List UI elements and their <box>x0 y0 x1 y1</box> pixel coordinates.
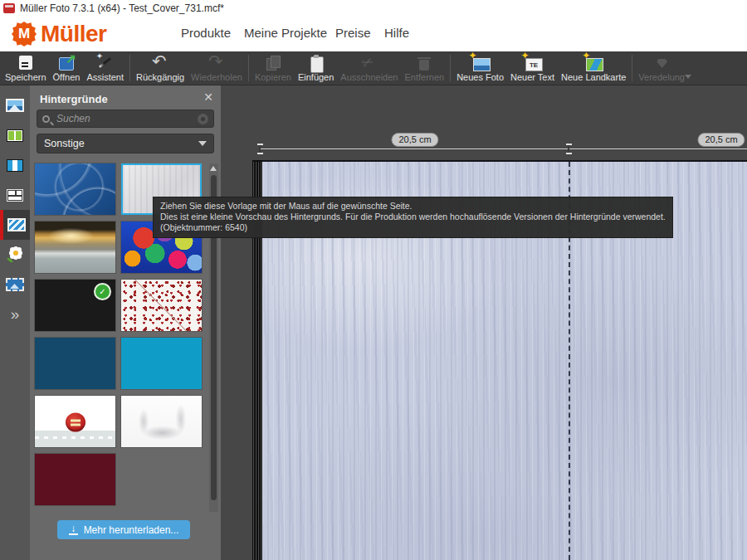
paste-button[interactable]: Einfügen <box>295 51 337 85</box>
redo-icon <box>207 54 227 71</box>
new-map-icon <box>583 54 603 71</box>
background-thumbnail-black-premium[interactable] <box>35 280 115 331</box>
chevron-down-icon[interactable] <box>685 75 691 79</box>
open-icon <box>56 54 76 71</box>
search-input[interactable]: Suchen <box>37 110 214 128</box>
background-thumbnail-maroon-solid[interactable] <box>35 454 115 505</box>
menu-item-meine-projekte[interactable]: Meine Projekte <box>244 26 327 40</box>
tooltip: Ziehen Sie diese Vorlage mit der Maus au… <box>153 197 673 238</box>
cut-button[interactable]: Ausschneiden <box>337 51 401 85</box>
photos-icon <box>6 99 24 112</box>
titlebar: Müller Foto 7.3.1 (x64) - Test_Cover_731… <box>0 0 747 17</box>
undo-icon <box>150 54 170 71</box>
embellish-button[interactable]: Veredelung <box>635 51 688 85</box>
sidebar <box>0 85 30 560</box>
new-photo-button[interactable]: Neues Foto <box>453 51 507 85</box>
menu-item-preise[interactable]: Preise <box>335 26 371 40</box>
chevron-down-icon <box>198 141 207 146</box>
toolbar-button-label: Neuer Text <box>510 72 554 82</box>
category-dropdown-value: Sonstige <box>44 138 198 149</box>
download-more-button[interactable]: ↓ Mehr herunterladen... <box>57 520 190 539</box>
menu-item-hilfe[interactable]: Hilfe <box>384 26 409 40</box>
toolbar-separator <box>248 55 249 81</box>
brand-logo[interactable]: M Müller <box>12 21 106 47</box>
ruler-label-left: 20,5 cm <box>391 133 438 147</box>
backgrounds-panel: Hintergründe ✕ Suchen Sonstige ↓ Mehr he… <box>30 85 221 560</box>
backgrounds-stripes-icon <box>7 218 26 231</box>
toolbar-buttons: SpeichernÖffnenAssistentRückgängigWieder… <box>0 51 747 85</box>
download-more-label: Mehr herunterladen... <box>84 524 179 536</box>
sidebar-item-frames[interactable] <box>0 270 30 299</box>
search-clear-icon[interactable] <box>198 114 208 124</box>
page-layouts-icon <box>7 129 23 142</box>
ruler-tick-left <box>259 144 261 154</box>
redo-button[interactable]: Wiederholen <box>188 51 246 85</box>
toolbar-button-label: Speichern <box>5 72 46 82</box>
background-thumbnail-blue-swirls[interactable] <box>35 163 115 215</box>
toolbar-button-label: Kopieren <box>255 72 291 82</box>
sidebar-item-layouts[interactable] <box>0 180 30 210</box>
undo-button[interactable]: Rückgängig <box>133 51 188 85</box>
panel-title: Hintergründe <box>40 93 108 105</box>
sidebar-item-cliparts[interactable] <box>0 240 30 270</box>
sidebar-item-expand[interactable] <box>0 299 30 329</box>
background-thumbnail-tower-bridge[interactable] <box>121 396 202 447</box>
sidebar-item-page-layouts[interactable] <box>0 120 30 150</box>
copy-button[interactable]: Kopieren <box>251 51 295 85</box>
embellish-icon <box>652 54 671 71</box>
window-title: Müller Foto 7.3.1 (x64) - Test_Cover_731… <box>20 2 224 14</box>
sidebar-item-photos[interactable] <box>0 90 30 120</box>
background-thumbnail-cyan-solid[interactable] <box>121 338 202 389</box>
toolbar-button-label: Öffnen <box>53 72 81 82</box>
background-thumbnail-beach-sunset[interactable] <box>35 222 115 273</box>
new-photo-icon <box>471 54 491 71</box>
toolbar-button-label: Neues Foto <box>456 72 504 82</box>
open-button[interactable]: Öffnen <box>50 51 84 85</box>
menu-item-produkte[interactable]: Produkte <box>181 26 231 40</box>
scroll-up-icon[interactable] <box>210 166 217 171</box>
tooltip-line: Ziehen Sie diese Vorlage mit der Maus au… <box>160 201 666 212</box>
new-map-button[interactable]: Neue Landkarte <box>558 51 629 85</box>
app-icon <box>3 3 15 13</box>
toolbar-button-label: Wiederholen <box>191 72 242 82</box>
toolbar-button-label: Ausschneiden <box>340 72 398 82</box>
trash-button[interactable]: Entfernen <box>401 51 447 85</box>
flower-clipart-icon <box>7 247 23 262</box>
copy-icon <box>263 54 283 71</box>
toolbar-separator <box>129 55 130 81</box>
toolbar-button-label: Einfügen <box>298 72 334 82</box>
toolbar-button-label: Neue Landkarte <box>561 72 626 82</box>
layouts-grid-icon <box>7 189 23 202</box>
expand-chevrons-icon <box>11 308 20 321</box>
ruler-label-right: 20,5 cm <box>697 133 745 147</box>
photo-frame-icon <box>6 278 24 291</box>
sidebar-item-backgrounds[interactable] <box>0 210 30 240</box>
toolbar-separator <box>632 55 632 81</box>
tooltip-line: (Objektnummer: 6540) <box>160 222 666 233</box>
sidebar-item-page-view[interactable] <box>0 150 30 180</box>
save-button[interactable]: Speichern <box>2 51 50 85</box>
page-view-icon <box>7 159 23 172</box>
search-icon <box>42 115 50 123</box>
close-icon[interactable]: ✕ <box>203 90 213 104</box>
toolbar-button-label: Entfernen <box>404 72 444 82</box>
background-thumbnail-navy-solid[interactable] <box>35 338 115 389</box>
background-thumbnail-red-bus[interactable] <box>35 396 115 447</box>
paste-icon <box>306 54 326 71</box>
wand-button[interactable]: Assistent <box>83 51 127 85</box>
download-icon: ↓ <box>69 524 78 535</box>
brand-m-icon: M <box>12 22 37 46</box>
tooltip-line: Dies ist eine kleine Vorschau des Hinter… <box>160 212 666 222</box>
ruler-line <box>260 149 747 150</box>
save-icon <box>16 54 36 71</box>
menubar: M Müller Produkte Meine Projekte Preise … <box>0 17 747 51</box>
new-text-icon <box>523 54 543 71</box>
cut-icon <box>359 54 379 71</box>
toolbar-button-label: Assistent <box>86 72 124 82</box>
new-text-button[interactable]: Neuer Text <box>507 51 558 85</box>
ruler-tick-middle <box>568 144 569 154</box>
background-thumbnail-red-confetti[interactable] <box>121 280 202 331</box>
toolbar-button-label: Rückgängig <box>136 72 184 82</box>
category-dropdown[interactable]: Sonstige <box>37 134 214 153</box>
canvas-area: 20,5 cm 20,5 cm <box>221 85 747 560</box>
